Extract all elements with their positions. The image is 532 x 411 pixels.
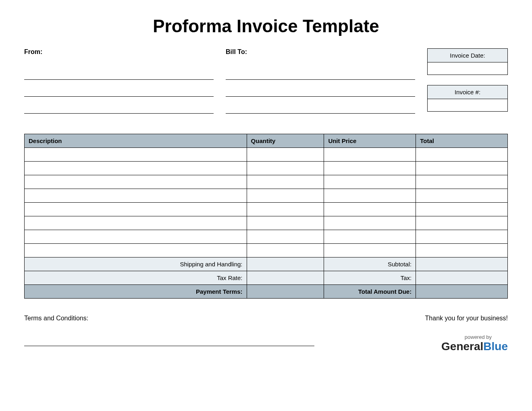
brand-blue: Blue xyxy=(483,340,508,353)
terms-column: Terms and Conditions: xyxy=(24,315,314,352)
taxrate-value[interactable] xyxy=(247,271,324,285)
invoice-number-value[interactable] xyxy=(428,99,507,111)
cell-unit_price[interactable] xyxy=(324,216,416,230)
table-row xyxy=(25,216,508,230)
payment-terms-value[interactable] xyxy=(247,285,324,299)
cell-description[interactable] xyxy=(25,216,247,230)
billto-column: Bill To: xyxy=(226,48,415,122)
cell-quantity[interactable] xyxy=(247,230,324,244)
cell-quantity[interactable] xyxy=(247,162,324,175)
billto-line-3[interactable] xyxy=(226,102,415,114)
cell-unit_price[interactable] xyxy=(324,175,416,189)
billto-label: Bill To: xyxy=(226,48,415,56)
taxrate-label: Tax Rate: xyxy=(25,271,247,285)
cell-description[interactable] xyxy=(25,230,247,244)
cell-description[interactable] xyxy=(25,175,247,189)
summary-row-1: Shipping and Handling: Subtotal: xyxy=(25,257,508,271)
cell-unit_price[interactable] xyxy=(324,203,416,216)
cell-description[interactable] xyxy=(25,189,247,203)
table-header-row: Description Quantity Unit Price Total xyxy=(25,134,508,148)
invoice-date-box: Invoice Date: xyxy=(427,48,508,75)
cell-total[interactable] xyxy=(416,203,508,216)
terms-conditions-label: Terms and Conditions: xyxy=(24,315,314,322)
shipping-label: Shipping and Handling: xyxy=(25,257,247,271)
header-unit-price: Unit Price xyxy=(324,134,416,148)
summary-row-3: Payment Terms: Total Amount Due: xyxy=(25,285,508,299)
header-quantity: Quantity xyxy=(247,134,324,148)
billto-line-1[interactable] xyxy=(226,68,415,80)
cell-total[interactable] xyxy=(416,216,508,230)
brand-logo: GeneralBlue xyxy=(425,340,508,353)
invoice-date-value[interactable] xyxy=(428,62,507,75)
shipping-value[interactable] xyxy=(247,257,324,271)
from-line-3[interactable] xyxy=(24,102,214,114)
header-description: Description xyxy=(25,134,247,148)
cell-quantity[interactable] xyxy=(247,175,324,189)
header-section: From: Bill To: Invoice Date: Invoice #: xyxy=(24,48,508,122)
cell-total[interactable] xyxy=(416,162,508,175)
page-title: Proforma Invoice Template xyxy=(24,16,508,36)
cell-total[interactable] xyxy=(416,175,508,189)
cell-total[interactable] xyxy=(416,189,508,203)
table-row xyxy=(25,162,508,175)
cell-unit_price[interactable] xyxy=(324,230,416,244)
cell-unit_price[interactable] xyxy=(324,148,416,162)
cell-total[interactable] xyxy=(416,230,508,244)
from-column: From: xyxy=(24,48,214,122)
table-row xyxy=(25,189,508,203)
brand-general: General xyxy=(441,340,483,353)
cell-description[interactable] xyxy=(25,203,247,216)
cell-unit_price[interactable] xyxy=(324,162,416,175)
cell-total[interactable] xyxy=(416,148,508,162)
powered-by-text: powered by xyxy=(425,334,492,340)
cell-unit_price[interactable] xyxy=(324,189,416,203)
invoice-number-label: Invoice #: xyxy=(428,85,507,99)
cell-quantity[interactable] xyxy=(247,203,324,216)
total-due-value[interactable] xyxy=(416,285,508,299)
from-label: From: xyxy=(24,48,214,56)
cell-quantity[interactable] xyxy=(247,244,324,257)
summary-row-2: Tax Rate: Tax: xyxy=(25,271,508,285)
table-row xyxy=(25,175,508,189)
cell-description[interactable] xyxy=(25,244,247,257)
billto-line-2[interactable] xyxy=(226,85,415,97)
header-total: Total xyxy=(416,134,508,148)
invoice-number-box: Invoice #: xyxy=(427,85,508,112)
from-line-2[interactable] xyxy=(24,85,214,97)
total-due-label: Total Amount Due: xyxy=(324,285,416,299)
thanks-column: Thank you for your business! powered by … xyxy=(425,315,508,353)
terms-line[interactable] xyxy=(24,335,314,346)
cell-total[interactable] xyxy=(416,244,508,257)
cell-quantity[interactable] xyxy=(247,216,324,230)
cell-description[interactable] xyxy=(25,148,247,162)
table-row xyxy=(25,230,508,244)
tax-label: Tax: xyxy=(324,271,416,285)
cell-quantity[interactable] xyxy=(247,148,324,162)
cell-description[interactable] xyxy=(25,162,247,175)
invoice-date-label: Invoice Date: xyxy=(428,49,507,62)
footer-section: Terms and Conditions: Thank you for your… xyxy=(24,315,508,353)
subtotal-value[interactable] xyxy=(416,257,508,271)
table-row xyxy=(25,244,508,257)
table-row xyxy=(25,148,508,162)
thank-you-text: Thank you for your business! xyxy=(425,315,508,322)
from-line-1[interactable] xyxy=(24,68,214,80)
subtotal-label: Subtotal: xyxy=(324,257,416,271)
table-row xyxy=(25,203,508,216)
tax-value[interactable] xyxy=(416,271,508,285)
meta-column: Invoice Date: Invoice #: xyxy=(427,48,508,122)
payment-terms-label: Payment Terms: xyxy=(25,285,247,299)
cell-quantity[interactable] xyxy=(247,189,324,203)
cell-unit_price[interactable] xyxy=(324,244,416,257)
items-table: Description Quantity Unit Price Total Sh… xyxy=(24,134,508,299)
